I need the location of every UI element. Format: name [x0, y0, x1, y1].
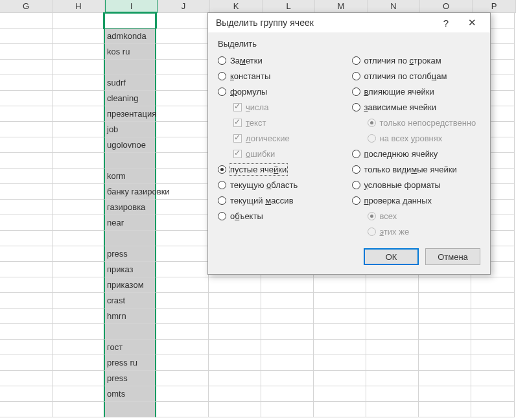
- cell[interactable]: [261, 324, 314, 340]
- cell[interactable]: [0, 44, 53, 60]
- cell[interactable]: [53, 246, 105, 262]
- cell[interactable]: [366, 371, 419, 386]
- cancel-button[interactable]: Отмена: [425, 248, 480, 265]
- cell[interactable]: [156, 13, 209, 29]
- cell[interactable]: [104, 324, 156, 340]
- cell[interactable]: [314, 277, 366, 293]
- cell[interactable]: [366, 309, 419, 324]
- cell[interactable]: korm: [104, 169, 156, 184]
- cell[interactable]: [261, 402, 314, 417]
- radio-проверка-данных[interactable]: проверка данных: [352, 192, 481, 208]
- cell[interactable]: job: [104, 122, 156, 137]
- cell[interactable]: [314, 371, 366, 386]
- cell[interactable]: [261, 293, 314, 309]
- cell[interactable]: [53, 184, 105, 200]
- cell[interactable]: [471, 277, 515, 293]
- cell[interactable]: [156, 309, 209, 324]
- cell[interactable]: press: [104, 371, 156, 386]
- cell[interactable]: [314, 293, 366, 309]
- cell[interactable]: [314, 340, 366, 355]
- cell[interactable]: [0, 371, 53, 386]
- cell[interactable]: [261, 277, 314, 293]
- cell[interactable]: [366, 340, 419, 355]
- cell[interactable]: [0, 137, 53, 153]
- cell[interactable]: [0, 215, 53, 231]
- cell[interactable]: [53, 215, 105, 231]
- column-header-L[interactable]: L: [263, 0, 315, 13]
- cell[interactable]: [0, 324, 53, 340]
- cell[interactable]: [0, 355, 53, 371]
- cell[interactable]: [104, 231, 156, 246]
- cell[interactable]: [156, 386, 209, 402]
- cell[interactable]: банку газировки: [104, 184, 156, 200]
- cell[interactable]: [0, 386, 53, 402]
- cell[interactable]: [209, 371, 261, 386]
- cell[interactable]: [156, 60, 209, 75]
- cell[interactable]: [261, 355, 314, 371]
- cell[interactable]: [156, 200, 209, 215]
- cell[interactable]: ugolovnoe: [104, 137, 156, 153]
- cell[interactable]: [53, 153, 105, 169]
- cell[interactable]: [53, 340, 105, 355]
- cell[interactable]: [366, 277, 419, 293]
- cell[interactable]: [0, 184, 53, 200]
- cell[interactable]: [261, 340, 314, 355]
- column-header-J[interactable]: J: [158, 0, 210, 13]
- cell[interactable]: [0, 29, 53, 44]
- radio-пустые-ячейки[interactable]: пустые ячейки: [218, 161, 347, 177]
- cell[interactable]: [209, 386, 261, 402]
- cell[interactable]: [471, 355, 515, 371]
- cell[interactable]: [156, 340, 209, 355]
- radio-влияющие-ячейки[interactable]: влияющие ячейки: [352, 84, 481, 99]
- cell[interactable]: [53, 277, 105, 293]
- cell[interactable]: [471, 324, 515, 340]
- cell[interactable]: [104, 153, 156, 169]
- column-header-G[interactable]: G: [0, 0, 53, 13]
- cell[interactable]: [104, 13, 156, 29]
- cell[interactable]: [366, 293, 419, 309]
- column-header-K[interactable]: K: [210, 0, 263, 13]
- cell[interactable]: [156, 122, 209, 137]
- radio-только-видимые-ячейки[interactable]: только видимые ячейки: [352, 161, 481, 177]
- cell[interactable]: [471, 402, 515, 417]
- cell[interactable]: газировка: [104, 200, 156, 215]
- cell[interactable]: [419, 402, 471, 417]
- cell[interactable]: [209, 277, 261, 293]
- cell[interactable]: [0, 91, 53, 106]
- cell[interactable]: [209, 293, 261, 309]
- cell[interactable]: [261, 309, 314, 324]
- cell[interactable]: [419, 309, 471, 324]
- cell[interactable]: cleaning: [104, 91, 156, 106]
- cell[interactable]: [53, 402, 105, 417]
- cell[interactable]: [0, 231, 53, 246]
- cell[interactable]: презентация: [104, 106, 156, 122]
- cell[interactable]: [53, 122, 105, 137]
- cell[interactable]: [53, 13, 105, 29]
- cell[interactable]: admkonda: [104, 29, 156, 44]
- cell[interactable]: near: [104, 215, 156, 231]
- cell[interactable]: [156, 293, 209, 309]
- cell[interactable]: [261, 386, 314, 402]
- radio-текущую-область[interactable]: текущую область: [218, 177, 347, 192]
- cell[interactable]: [104, 402, 156, 417]
- cell[interactable]: [0, 246, 53, 262]
- cell[interactable]: [156, 169, 209, 184]
- cell[interactable]: press: [104, 246, 156, 262]
- column-header-P[interactable]: P: [473, 0, 516, 13]
- cell[interactable]: приказ: [104, 262, 156, 277]
- radio-условные-форматы[interactable]: условные форматы: [352, 177, 481, 192]
- cell[interactable]: [419, 386, 471, 402]
- cell[interactable]: [366, 355, 419, 371]
- cell[interactable]: [419, 355, 471, 371]
- cell[interactable]: [156, 355, 209, 371]
- cell[interactable]: [53, 137, 105, 153]
- cell[interactable]: [471, 309, 515, 324]
- cell[interactable]: [156, 75, 209, 91]
- radio-зависимые-ячейки[interactable]: зависимые ячейки: [352, 99, 481, 115]
- cell[interactable]: [53, 293, 105, 309]
- cell[interactable]: [0, 293, 53, 309]
- cell[interactable]: [209, 324, 261, 340]
- radio-текущий-массив[interactable]: текущий массив: [218, 192, 347, 208]
- cell[interactable]: [0, 200, 53, 215]
- cell[interactable]: [209, 309, 261, 324]
